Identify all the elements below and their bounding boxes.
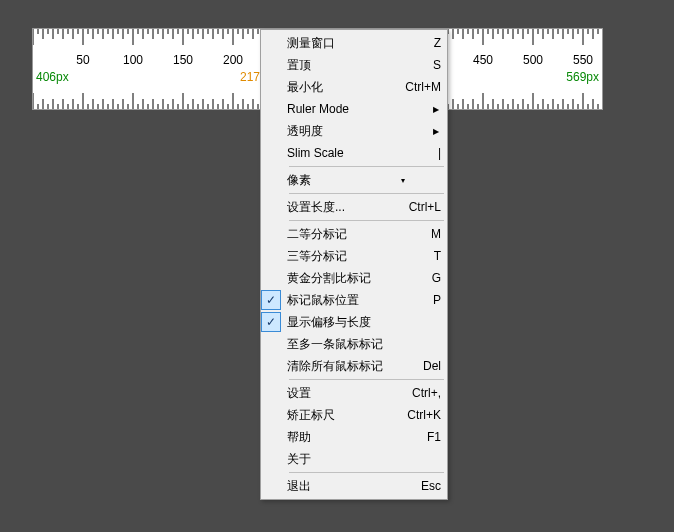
menu-item-label: Ruler Mode bbox=[287, 102, 441, 116]
submenu-arrow-icon: ▶ bbox=[433, 105, 439, 114]
menu-item-label: 关于 bbox=[287, 451, 441, 468]
menu-item[interactable]: Slim Scale| bbox=[263, 142, 445, 164]
menu-separator bbox=[289, 166, 444, 167]
menu-item-shortcut: Ctrl+, bbox=[401, 386, 441, 400]
menu-item[interactable]: ✓标记鼠标位置P bbox=[263, 289, 445, 311]
ruler-tick-label: 150 bbox=[173, 53, 193, 67]
ruler-cursor-readout: 217 bbox=[240, 70, 260, 84]
menu-item-shortcut: Ctrl+M bbox=[401, 80, 441, 94]
menu-item[interactable]: 退出Esc bbox=[263, 475, 445, 497]
menu-item-shortcut: Ctrl+K bbox=[401, 408, 441, 422]
context-menu: 测量窗口Z置顶S最小化Ctrl+MRuler Mode▶透明度▶Slim Sca… bbox=[260, 29, 448, 500]
menu-separator bbox=[289, 193, 444, 194]
menu-item[interactable]: 置顶S bbox=[263, 54, 445, 76]
menu-item-label: 二等分标记 bbox=[287, 226, 393, 243]
menu-item[interactable]: 至多一条鼠标标记 bbox=[263, 333, 445, 355]
menu-item-shortcut: Z bbox=[401, 36, 441, 50]
ruler-tick-label: 50 bbox=[76, 53, 89, 67]
ruler-tick-label: 450 bbox=[473, 53, 493, 67]
menu-separator bbox=[289, 220, 444, 221]
menu-item-shortcut: T bbox=[401, 249, 441, 263]
menu-item-label: 黄金分割比标记 bbox=[287, 270, 393, 287]
menu-item[interactable]: Ruler Mode▶ bbox=[263, 98, 445, 120]
menu-item[interactable]: 二等分标记M bbox=[263, 223, 445, 245]
ruler-tick-label: 500 bbox=[523, 53, 543, 67]
menu-item-shortcut: Ctrl+L bbox=[401, 200, 441, 214]
menu-item[interactable]: 透明度▶ bbox=[263, 120, 445, 142]
menu-item[interactable]: 清除所有鼠标标记Del bbox=[263, 355, 445, 377]
menu-item-label: Slim Scale bbox=[287, 146, 393, 160]
menu-item-label: 像素 bbox=[287, 172, 441, 189]
menu-item-shortcut: Esc bbox=[401, 479, 441, 493]
menu-item[interactable]: 三等分标记T bbox=[263, 245, 445, 267]
menu-item-label: 退出 bbox=[287, 478, 393, 495]
menu-item-label: 标记鼠标位置 bbox=[287, 292, 393, 309]
menu-item-label: 至多一条鼠标标记 bbox=[287, 336, 441, 353]
menu-item-shortcut: S bbox=[401, 58, 441, 72]
menu-item-label: 透明度 bbox=[287, 123, 441, 140]
menu-item-label: 显示偏移与长度 bbox=[287, 314, 441, 331]
menu-item[interactable]: 矫正标尺Ctrl+K bbox=[263, 404, 445, 426]
check-icon: ✓ bbox=[261, 290, 281, 310]
menu-item[interactable]: 黄金分割比标记G bbox=[263, 267, 445, 289]
menu-item[interactable]: 设置Ctrl+, bbox=[263, 382, 445, 404]
menu-item[interactable]: 测量窗口Z bbox=[263, 32, 445, 54]
menu-item-label: 最小化 bbox=[287, 79, 393, 96]
menu-item[interactable]: 设置长度...Ctrl+L bbox=[263, 196, 445, 218]
menu-item-label: 帮助 bbox=[287, 429, 393, 446]
menu-separator bbox=[289, 379, 444, 380]
menu-item-shortcut: F1 bbox=[401, 430, 441, 444]
menu-item[interactable]: 帮助F1 bbox=[263, 426, 445, 448]
ruler-tick-label: 550 bbox=[573, 53, 593, 67]
menu-item-label: 三等分标记 bbox=[287, 248, 393, 265]
ruler-right-readout: 569px bbox=[566, 70, 599, 84]
menu-item-label: 置顶 bbox=[287, 57, 393, 74]
menu-item-label: 设置长度... bbox=[287, 199, 393, 216]
menu-item-shortcut: P bbox=[401, 293, 441, 307]
menu-item[interactable]: 像素▾ bbox=[263, 169, 445, 191]
submenu-arrow-icon: ▶ bbox=[433, 127, 439, 136]
menu-item[interactable]: ✓显示偏移与长度 bbox=[263, 311, 445, 333]
ruler-tick-label: 200 bbox=[223, 53, 243, 67]
menu-item-label: 清除所有鼠标标记 bbox=[287, 358, 393, 375]
ruler-tick-label: 100 bbox=[123, 53, 143, 67]
menu-item-shortcut: | bbox=[401, 146, 441, 160]
menu-item-label: 矫正标尺 bbox=[287, 407, 393, 424]
menu-item[interactable]: 关于 bbox=[263, 448, 445, 470]
menu-item-label: 设置 bbox=[287, 385, 393, 402]
dropdown-arrow-icon: ▾ bbox=[401, 176, 405, 185]
ruler-left-readout: 406px bbox=[36, 70, 69, 84]
menu-item-label: 测量窗口 bbox=[287, 35, 393, 52]
menu-separator bbox=[289, 472, 444, 473]
menu-item-shortcut: G bbox=[401, 271, 441, 285]
menu-item[interactable]: 最小化Ctrl+M bbox=[263, 76, 445, 98]
menu-item-shortcut: Del bbox=[401, 359, 441, 373]
menu-item-shortcut: M bbox=[401, 227, 441, 241]
check-icon: ✓ bbox=[261, 312, 281, 332]
